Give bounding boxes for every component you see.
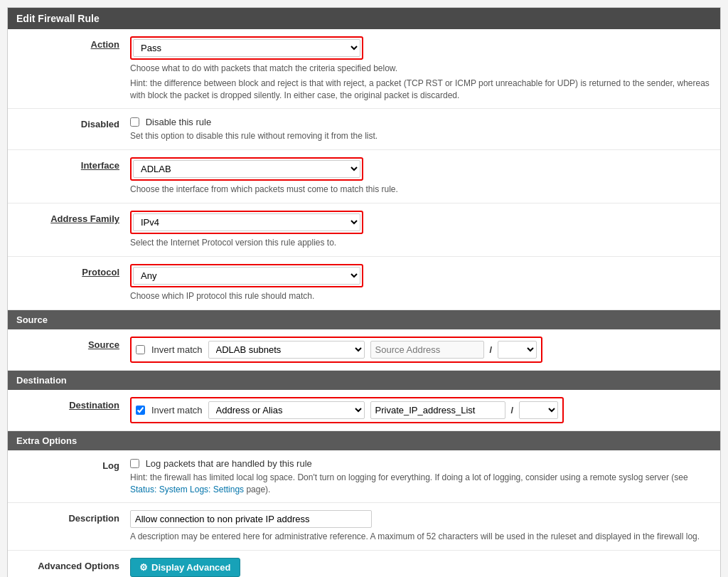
protocol-hint: Choose which IP protocol this rule shoul… bbox=[130, 290, 712, 302]
address-family-hint: Select the Internet Protocol version thi… bbox=[130, 237, 712, 249]
advanced-options-label: Advanced Options bbox=[38, 561, 119, 571]
log-hint: Hint: the firewall has limited local log… bbox=[130, 472, 712, 496]
action-highlight: Pass Block Reject bbox=[130, 36, 363, 60]
display-advanced-label: Display Advanced bbox=[151, 562, 231, 573]
source-type-select[interactable]: ADLAB subnets any Single host or alias N… bbox=[208, 341, 365, 359]
destination-invert-text: Invert match bbox=[151, 405, 203, 415]
source-invert-text: Invert match bbox=[151, 344, 203, 355]
log-hint1: Hint: the firewall has limited local log… bbox=[130, 472, 688, 482]
destination-mask-select[interactable]: 8 16 24 32 bbox=[519, 401, 558, 419]
protocol-select[interactable]: Any TCP UDP TCP/UDP ICMP bbox=[133, 267, 360, 285]
action-row: Action Pass Block Reject Choose what to … bbox=[8, 29, 720, 109]
address-family-highlight: IPv4 IPv6 IPv4+IPv6 bbox=[130, 211, 363, 234]
destination-invert-label[interactable]: Invert match bbox=[136, 405, 203, 415]
destination-invert-checkbox[interactable] bbox=[136, 406, 145, 415]
address-family-select[interactable]: IPv4 IPv6 IPv4+IPv6 bbox=[133, 213, 360, 231]
interface-row: Interface ADLAB WAN LAN Choose the inter… bbox=[8, 150, 720, 203]
protocol-highlight: Any TCP UDP TCP/UDP ICMP bbox=[130, 264, 363, 287]
log-checkbox[interactable] bbox=[130, 459, 139, 468]
log-row: Log Log packets that are handled by this… bbox=[8, 450, 720, 504]
action-label: Action bbox=[91, 39, 119, 50]
advanced-options-row: Advanced Options ⚙ Display Advanced bbox=[8, 551, 720, 577]
description-label: Description bbox=[68, 513, 119, 524]
description-row: Description A description may be entered… bbox=[8, 503, 720, 551]
destination-highlight-box: Invert match Address or Alias any Single… bbox=[130, 397, 564, 423]
destination-row: Destination Invert match Address or Alia… bbox=[8, 390, 720, 431]
display-advanced-button[interactable]: ⚙ Display Advanced bbox=[130, 558, 240, 577]
source-address-input[interactable] bbox=[370, 341, 484, 359]
log-hint2: page). bbox=[246, 485, 270, 494]
gear-icon: ⚙ bbox=[139, 562, 148, 573]
panel-title: Edit Firewall Rule bbox=[16, 13, 100, 24]
source-invert-checkbox[interactable] bbox=[136, 345, 145, 354]
source-row: Source Invert match ADLAB subnets any Si… bbox=[8, 329, 720, 371]
disabled-label: Disabled bbox=[81, 119, 119, 129]
panel-header: Edit Firewall Rule bbox=[8, 8, 720, 29]
destination-section-header: Destination bbox=[8, 371, 720, 390]
destination-address-input[interactable] bbox=[370, 401, 505, 419]
interface-hint: Choose the interface from which packets … bbox=[130, 184, 712, 196]
log-hint-link[interactable]: Status: System Logs: Settings bbox=[130, 485, 244, 494]
destination-slash: / bbox=[511, 405, 514, 415]
interface-label: Interface bbox=[81, 160, 119, 171]
source-section-header: Source bbox=[8, 310, 720, 329]
disabled-checkbox-label[interactable]: Disable this rule bbox=[130, 116, 211, 127]
disabled-hint: Set this option to disable this rule wit… bbox=[130, 130, 712, 142]
description-input[interactable] bbox=[130, 510, 372, 528]
source-highlight-box: Invert match ADLAB subnets any Single ho… bbox=[130, 337, 542, 363]
source-mask-select[interactable]: 8 16 24 32 bbox=[498, 341, 537, 359]
action-select[interactable]: Pass Block Reject bbox=[133, 39, 360, 57]
description-hint: A description may be entered here for ad… bbox=[130, 531, 712, 543]
action-hint2: Hint: the difference between block and r… bbox=[130, 78, 712, 102]
address-family-label: Address Family bbox=[50, 213, 119, 224]
firewall-rule-panel: Edit Firewall Rule Action Pass Block Rej… bbox=[7, 7, 721, 577]
source-slash: / bbox=[490, 344, 493, 355]
disabled-checkbox[interactable] bbox=[130, 117, 139, 127]
destination-type-select[interactable]: Address or Alias any Single host or alia… bbox=[208, 401, 365, 419]
source-label: Source bbox=[88, 339, 119, 350]
protocol-row: Protocol Any TCP UDP TCP/UDP ICMP Choose… bbox=[8, 257, 720, 310]
address-family-row: Address Family IPv4 IPv6 IPv4+IPv6 Selec… bbox=[8, 203, 720, 257]
interface-highlight: ADLAB WAN LAN bbox=[130, 157, 363, 181]
source-invert-label[interactable]: Invert match bbox=[136, 344, 203, 355]
disabled-row: Disabled Disable this rule Set this opti… bbox=[8, 109, 720, 150]
destination-label: Destination bbox=[69, 400, 119, 411]
protocol-label: Protocol bbox=[82, 267, 119, 277]
disabled-checkbox-text: Disable this rule bbox=[146, 117, 212, 127]
extra-options-section-header: Extra Options bbox=[8, 431, 720, 450]
action-hint1: Choose what to do with packets that matc… bbox=[130, 63, 712, 75]
log-checkbox-text: Log packets that are handled by this rul… bbox=[146, 458, 312, 469]
log-label: Log bbox=[102, 460, 119, 471]
log-checkbox-label[interactable]: Log packets that are handled by this rul… bbox=[130, 457, 312, 468]
interface-select[interactable]: ADLAB WAN LAN bbox=[133, 160, 360, 178]
